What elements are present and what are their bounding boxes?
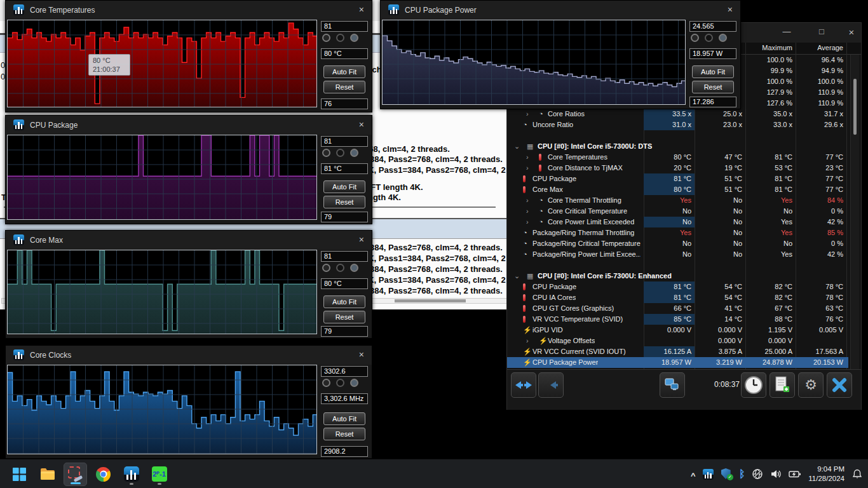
- scrollbar-thumb[interactable]: [853, 79, 857, 135]
- radio-option-3[interactable]: [350, 149, 358, 157]
- sensor-row[interactable]: CPU GT Cores (Graphics)66 °C41 °C67 °C63…: [507, 303, 848, 314]
- start-button[interactable]: [8, 463, 31, 486]
- sensor-row[interactable]: CPU IA Cores81 °C54 °C82 °C78 °C: [507, 292, 848, 303]
- sensor-row[interactable]: ◔Uncore Ratio31.0 x23.0 x33.0 x29.6 x: [507, 119, 848, 130]
- sensor-row[interactable]: ⚡CPU Package Power18.957 W3.219 W24.878 …: [507, 357, 848, 368]
- graph-min-input[interactable]: 2908.2: [321, 446, 368, 457]
- graph-max-input[interactable]: 24.565: [689, 21, 736, 32]
- sensor-group-header[interactable]: ⌄▦CPU [#0]: Intel Core i5-7300U: DTS: [507, 141, 848, 152]
- reset-button[interactable]: Reset: [323, 311, 365, 323]
- collapse-chevron-icon[interactable]: ⌄: [514, 141, 520, 152]
- maximize-button[interactable]: □: [812, 27, 831, 36]
- sensor-row[interactable]: ›◔Core Power Limit ExceededNoNoYes42 %: [507, 217, 848, 227]
- close-icon[interactable]: ×: [359, 4, 364, 15]
- clock-button[interactable]: [741, 372, 766, 398]
- graph-mode-radios[interactable]: [322, 149, 368, 157]
- sensor-row[interactable]: ◔Package/Ring Thermal ThrottlingYesNoYes…: [507, 227, 848, 238]
- graph-min-input[interactable]: 79: [321, 326, 368, 337]
- radio-option-2[interactable]: [705, 34, 713, 42]
- radio-option-3[interactable]: [719, 34, 727, 42]
- scrollbar-thumb[interactable]: [395, 299, 466, 302]
- column-header-average[interactable]: Average: [796, 44, 843, 51]
- reset-button[interactable]: Reset: [323, 196, 365, 208]
- sensor-row[interactable]: ◔Package/Ring Critical TemperatureNoNoNo…: [507, 238, 848, 249]
- titlebar[interactable]: CPU Package Power ×: [381, 1, 740, 20]
- temperature-graph[interactable]: [7, 135, 317, 220]
- graph-max-input[interactable]: 3302.6: [321, 366, 368, 377]
- sensor-row[interactable]: ⚡iGPU VID0.000 V0.000 V1.195 V0.005 V: [507, 325, 848, 336]
- sensor-row[interactable]: CPU Package81 °C54 °C82 °C78 °C: [507, 281, 848, 292]
- sensor-row[interactable]: ›◔Core Ratios33.5 x25.0 x35.0 x31.7 x: [507, 109, 848, 119]
- graph-mode-radios[interactable]: [322, 379, 368, 387]
- collapse-chevron-icon[interactable]: ⌄: [514, 271, 520, 281]
- graph-max-input[interactable]: 81: [321, 251, 368, 262]
- report-button[interactable]: [770, 372, 795, 398]
- sensor-row[interactable]: ◔Package/Ring Power Limit Excee...NoNoYe…: [507, 249, 848, 260]
- temperature-graph[interactable]: [7, 250, 317, 334]
- radio-option-1[interactable]: [322, 149, 330, 157]
- titlebar[interactable]: Core Max ×: [6, 231, 372, 250]
- titlebar[interactable]: Core Temperatures ×: [6, 1, 372, 20]
- auto-fit-button[interactable]: Auto Fit: [323, 65, 365, 78]
- radio-option-1[interactable]: [322, 379, 330, 387]
- sensor-row[interactable]: ›Core Temperatures80 °C47 °C81 °C77 °C: [507, 152, 848, 163]
- radio-option-2[interactable]: [336, 264, 344, 272]
- sensor-row[interactable]: VR VCC Temperature (SVID)85 °C14 °C88 °C…: [507, 314, 848, 325]
- hwinfo-tray-icon[interactable]: [703, 469, 714, 480]
- titlebar[interactable]: Core Clocks ×: [6, 346, 372, 365]
- radio-option-3[interactable]: [350, 264, 358, 272]
- radio-option-3[interactable]: [350, 34, 358, 42]
- minimize-button[interactable]: —: [777, 27, 796, 36]
- sensor-row[interactable]: CPU Package81 °C51 °C81 °C77 °C: [507, 173, 848, 184]
- close-icon[interactable]: ×: [359, 349, 364, 360]
- radio-option-1[interactable]: [322, 264, 330, 272]
- sensor-row[interactable]: ›◔Core Thermal ThrottlingYesNoYes84 %: [507, 195, 848, 206]
- graph-max-input[interactable]: 81: [321, 21, 368, 32]
- reset-button[interactable]: Reset: [692, 81, 734, 93]
- radio-option-1[interactable]: [322, 34, 330, 42]
- tray-clock[interactable]: 9:04 PM 11/28/2024: [808, 464, 844, 484]
- expand-chevron-icon[interactable]: ›: [526, 109, 529, 119]
- radio-option-1[interactable]: [691, 34, 699, 42]
- reset-button[interactable]: Reset: [323, 428, 365, 440]
- close-icon[interactable]: ×: [359, 119, 364, 130]
- reset-button[interactable]: Reset: [323, 81, 365, 93]
- prime95-button[interactable]: 2ᴾ-1: [147, 463, 171, 486]
- snipping-tool-button[interactable]: [64, 463, 87, 486]
- graph-max-input[interactable]: 81: [321, 136, 368, 147]
- radio-option-3[interactable]: [350, 379, 358, 387]
- expand-chevron-icon[interactable]: ›: [526, 163, 529, 173]
- settings-button[interactable]: ⚙: [798, 372, 824, 398]
- collapse-columns-button[interactable]: [538, 372, 564, 398]
- close-sensors-button[interactable]: [827, 372, 852, 398]
- temperature-graph[interactable]: [7, 20, 317, 107]
- sensor-row[interactable]: Core Max80 °C51 °C81 °C77 °C: [507, 184, 848, 195]
- column-header-maximum[interactable]: Maximum: [745, 44, 792, 51]
- bluetooth-tray-icon[interactable]: ᛒ: [739, 468, 745, 480]
- sensor-row[interactable]: ›Core Distance to TjMAX20 °C19 °C53 °C23…: [507, 163, 848, 173]
- graph-mode-radios[interactable]: [691, 34, 736, 42]
- close-icon[interactable]: ×: [359, 234, 364, 245]
- sensor-row[interactable]: ›◔Core Critical TemperatureNoNoNo0 %: [507, 206, 848, 217]
- expand-chevron-icon[interactable]: ›: [526, 152, 529, 163]
- auto-fit-button[interactable]: Auto Fit: [323, 180, 365, 193]
- sensor-row[interactable]: ⚡VR VCC Current (SVID IOUT)16.125 A3.875…: [507, 346, 848, 357]
- expand-chevron-icon[interactable]: ›: [526, 217, 529, 227]
- sensor-group-header[interactable]: ⌄▦CPU [#0]: Intel Core i5-7300U: Enhance…: [507, 271, 848, 281]
- windows-security-tray-icon[interactable]: ✓: [721, 468, 732, 480]
- radio-option-2[interactable]: [336, 34, 344, 42]
- clock-graph[interactable]: [7, 365, 317, 454]
- tray-overflow-chevron[interactable]: ^: [691, 471, 696, 480]
- chrome-button[interactable]: [92, 463, 115, 486]
- hwinfo-button[interactable]: [119, 463, 143, 486]
- expand-chevron-icon[interactable]: ›: [526, 336, 529, 346]
- network-no-internet-icon[interactable]: [752, 468, 763, 480]
- graph-min-input[interactable]: 76: [321, 98, 368, 109]
- battery-charging-icon[interactable]: [789, 468, 801, 480]
- radio-option-2[interactable]: [336, 379, 344, 387]
- vertical-scrollbar[interactable]: [850, 55, 859, 369]
- volume-icon[interactable]: [770, 468, 782, 480]
- power-graph[interactable]: [382, 20, 686, 105]
- expand-columns-button[interactable]: [511, 372, 536, 398]
- file-explorer-button[interactable]: [36, 463, 59, 486]
